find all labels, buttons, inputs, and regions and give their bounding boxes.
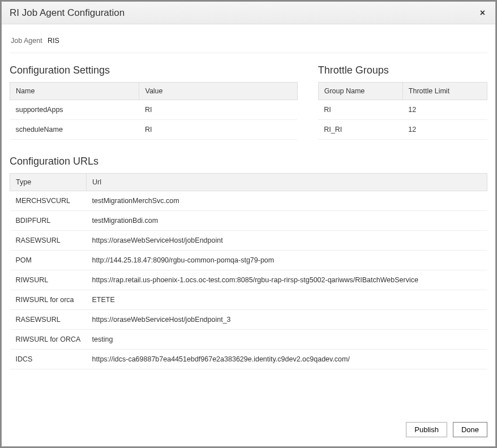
throttle-groups-table: Group Name Throttle Limit RI 12 RI_RI 12 xyxy=(318,82,487,140)
config-urls-section: Configuration URLs Type Url MERCHSVCURL … xyxy=(10,156,487,369)
table-row: RI 12 xyxy=(318,100,487,120)
dialog-header: RI Job Agent Configuration × xyxy=(2,2,495,24)
dialog-title: RI Job Agent Configuration xyxy=(10,7,125,19)
cell-url: http://144.25.18.47:8090/rgbu-common-pom… xyxy=(87,251,487,270)
cell-type: BDIPFURL xyxy=(10,211,87,231)
cell-name: supportedApps xyxy=(10,100,139,120)
config-settings-section: Configuration Settings Name Value suppor… xyxy=(10,64,298,140)
cell-url: https://oraseWebServiceHost/jobEndpoint xyxy=(87,231,487,251)
dialog: RI Job Agent Configuration × Job Agent R… xyxy=(1,1,496,447)
cell-type: RIWSURL xyxy=(10,270,87,290)
cell-type: RIWSURL for orca xyxy=(10,290,87,310)
table-row: MERCHSVCURL testMigrationMerchSvc.com xyxy=(10,191,487,211)
job-agent-value: RIS xyxy=(48,37,59,45)
table-row: RIWSURL for ORCA testing xyxy=(10,330,487,350)
config-urls-title: Configuration URLs xyxy=(10,156,487,167)
cell-url: https://oraseWebServiceHost/jobEndpoint_… xyxy=(87,310,487,330)
cell-url: testMigrationMerchSvc.com xyxy=(87,191,487,211)
table-row: scheduleName RI xyxy=(10,120,298,140)
cell-value: RI xyxy=(139,100,297,120)
table-row: IDCS https://idcs-ca69887b7ea4451ebdf967… xyxy=(10,350,487,369)
table-row: RIWSURL for orca ETETE xyxy=(10,290,487,310)
cell-url: https://idcs-ca69887b7ea4451ebdf967e2a38… xyxy=(87,350,487,369)
publish-button[interactable]: Publish xyxy=(406,422,447,437)
done-button[interactable]: Done xyxy=(453,422,487,437)
cell-group-name: RI xyxy=(318,100,402,120)
col-header-value: Value xyxy=(139,83,297,100)
table-row: RI_RI 12 xyxy=(318,120,487,140)
col-header-type: Type xyxy=(10,174,87,191)
cell-type: IDCS xyxy=(10,350,87,369)
cell-name: scheduleName xyxy=(10,120,139,140)
cell-throttle-limit: 12 xyxy=(402,100,487,120)
col-header-url: Url xyxy=(87,174,487,191)
table-row: RASEWSURL https://oraseWebServiceHost/jo… xyxy=(10,310,487,330)
cell-type: MERCHSVCURL xyxy=(10,191,87,211)
cell-group-name: RI_RI xyxy=(318,120,402,140)
config-urls-table: Type Url MERCHSVCURL testMigrationMerchS… xyxy=(10,173,487,369)
cell-value: RI xyxy=(139,120,297,140)
table-row: BDIPFURL testMigrationBdi.com xyxy=(10,211,487,231)
cell-type: RASEWSURL xyxy=(10,231,87,251)
config-settings-table: Name Value supportedApps RI scheduleName… xyxy=(10,82,298,140)
cell-url: https://rap.retail.us-phoenix-1.ocs.oc-t… xyxy=(87,270,487,290)
table-row: RASEWSURL https://oraseWebServiceHost/jo… xyxy=(10,231,487,251)
throttle-groups-title: Throttle Groups xyxy=(318,64,487,76)
col-header-throttle-limit: Throttle Limit xyxy=(402,83,487,100)
job-agent-label: Job Agent xyxy=(11,37,42,45)
cell-type: POM xyxy=(10,251,87,270)
cell-url: testing xyxy=(87,330,487,350)
cell-throttle-limit: 12 xyxy=(402,120,487,140)
job-agent-row: Job Agent RIS xyxy=(10,31,487,53)
table-row: POM http://144.25.18.47:8090/rgbu-common… xyxy=(10,251,487,270)
config-settings-title: Configuration Settings xyxy=(10,64,298,76)
dialog-body: Job Agent RIS Configuration Settings Nam… xyxy=(2,24,495,415)
dialog-footer: Publish Done xyxy=(2,415,495,446)
col-header-group-name: Group Name xyxy=(318,83,402,100)
col-header-name: Name xyxy=(10,83,139,100)
close-icon[interactable]: × xyxy=(478,8,487,18)
cell-type: RIWSURL for ORCA xyxy=(10,330,87,350)
table-row: RIWSURL https://rap.retail.us-phoenix-1.… xyxy=(10,270,487,290)
cell-url: testMigrationBdi.com xyxy=(87,211,487,231)
table-row: supportedApps RI xyxy=(10,100,298,120)
throttle-groups-section: Throttle Groups Group Name Throttle Limi… xyxy=(318,64,487,140)
cell-type: RASEWSURL xyxy=(10,310,87,330)
cell-url: ETETE xyxy=(87,290,487,310)
